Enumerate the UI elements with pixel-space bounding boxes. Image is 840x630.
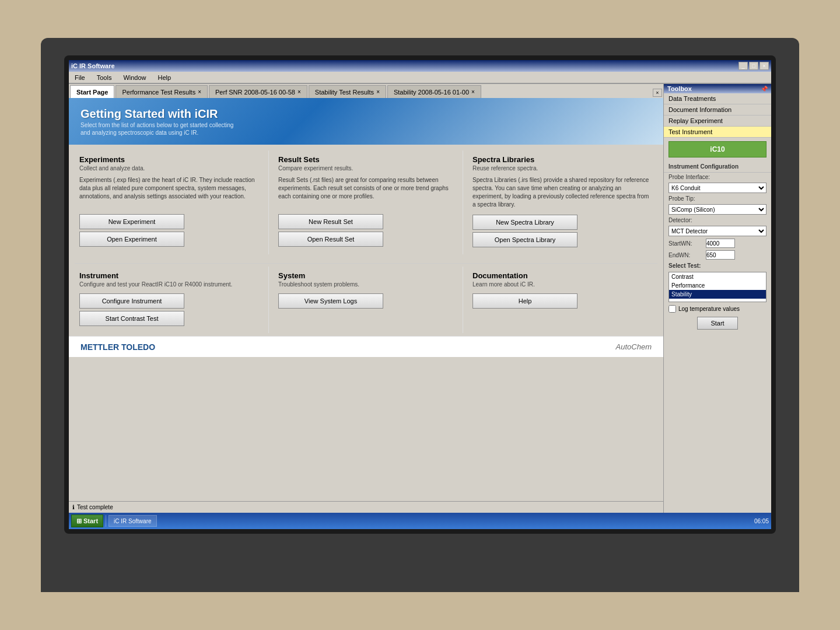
instrument-title: Instrument xyxy=(79,271,264,280)
configure-instrument-button[interactable]: Configure Instrument xyxy=(79,293,184,309)
probe-interface-select-row: K6 Conduit xyxy=(664,181,771,194)
menu-file[interactable]: File xyxy=(71,73,89,82)
startwn-row: StartWN: xyxy=(664,237,771,249)
taskbar-divider xyxy=(106,515,106,527)
experiments-desc: Experiments (.exp files) are the heart o… xyxy=(79,176,264,208)
test-item-stability[interactable]: Stability xyxy=(669,290,766,299)
close-button[interactable]: × xyxy=(760,62,769,70)
banner: Getting Started with iCIR Select from th… xyxy=(69,98,663,145)
result-sets-section: Result Sets Compare experiment results. … xyxy=(269,150,463,254)
content-scroll-area: Experiments Collect and analyze data. Ex… xyxy=(69,145,663,501)
startwn-label: StartWN: xyxy=(668,240,704,247)
instrument-config-section: Instrument Configuration xyxy=(664,161,771,173)
taskbar-app-item[interactable]: iC IR Software xyxy=(108,515,156,527)
autochem-label: AutoChem xyxy=(616,342,652,351)
log-temp-label: Log temperature values xyxy=(678,306,740,312)
endwn-label: EndWN: xyxy=(668,252,704,258)
start-contrast-test-button[interactable]: Start Contrast Test xyxy=(79,311,184,326)
instrument-subtitle: Configure and test your ReactIR iC10 or … xyxy=(79,281,264,288)
center-panel: Start Page Performance Test Results × Pe… xyxy=(69,84,663,513)
test-item-performance[interactable]: Performance xyxy=(669,281,766,290)
probe-tip-select[interactable]: SiComp (Silicon) xyxy=(668,204,766,215)
probe-tip-label: Probe Tip: xyxy=(668,195,704,202)
open-experiment-button[interactable]: Open Experiment xyxy=(79,232,184,247)
taskbar-right: 06:05 xyxy=(754,518,769,524)
tab-close-2[interactable]: × xyxy=(298,89,301,95)
tab-close-3[interactable]: × xyxy=(376,89,380,95)
taskbar-time: 06:05 xyxy=(754,518,769,524)
probe-tip-select-row: SiComp (Silicon) xyxy=(664,203,771,216)
main-content: Start Page Performance Test Results × Pe… xyxy=(69,83,771,513)
tab-stability-2008[interactable]: Stability 2008-05-16 01-00 × xyxy=(387,85,481,98)
documentation-section: Documentation Learn more about iC IR. He… xyxy=(463,267,657,333)
test-item-contrast[interactable]: Contrast xyxy=(669,272,766,281)
toolbox-item-data-treatments[interactable]: Data Treatments xyxy=(664,93,771,104)
bottom-sections: Instrument Configure and test your React… xyxy=(69,267,663,336)
view-system-logs-button[interactable]: View System Logs xyxy=(278,293,383,309)
banner-subtitle-1: Select from the list of actions below to… xyxy=(80,122,652,128)
spectra-libraries-section: Spectra Libraries Reuse reference spectr… xyxy=(463,150,657,254)
start-test-button[interactable]: Start xyxy=(697,317,738,330)
new-experiment-button[interactable]: New Experiment xyxy=(79,214,184,229)
help-button[interactable]: Help xyxy=(473,293,578,309)
tab-perf-snr[interactable]: Perf SNR 2008-05-16 00-58 × xyxy=(209,85,307,98)
maximize-button[interactable]: □ xyxy=(749,62,758,70)
start-icon: ⊞ xyxy=(76,517,82,525)
window-controls[interactable]: _ □ × xyxy=(738,62,769,70)
tab-bar: Start Page Performance Test Results × Pe… xyxy=(69,84,663,98)
toolbox-item-replay[interactable]: Replay Experiment xyxy=(664,116,771,127)
section-divider xyxy=(75,263,657,264)
tab-start-page[interactable]: Start Page xyxy=(70,85,114,98)
detector-label: Detector: xyxy=(668,217,704,223)
result-sets-title: Result Sets xyxy=(278,155,458,164)
start-button[interactable]: ⊞ Start xyxy=(71,514,103,527)
open-result-set-button[interactable]: Open Result Set xyxy=(278,232,383,247)
status-icon: ℹ xyxy=(72,504,75,510)
tab-stability-results[interactable]: Stability Test Results × xyxy=(309,85,386,98)
tab-performance-results[interactable]: Performance Test Results × xyxy=(116,85,208,98)
open-spectra-library-button[interactable]: Open Spectra Library xyxy=(473,232,578,247)
toolbox-item-document-info[interactable]: Document Information xyxy=(664,104,771,116)
taskbar: ⊞ Start iC IR Software 06:05 xyxy=(69,513,771,529)
tab-panel-close[interactable]: × xyxy=(653,89,662,97)
menu-help[interactable]: Help xyxy=(155,73,175,82)
log-temp-checkbox[interactable] xyxy=(668,305,676,313)
new-spectra-library-button[interactable]: New Spectra Library xyxy=(473,215,578,230)
probe-interface-row: Probe Interface: xyxy=(664,173,771,181)
probe-interface-select[interactable]: K6 Conduit xyxy=(668,183,766,193)
content-footer: METTLER TOLEDO AutoChem xyxy=(69,336,663,357)
tab-close-4[interactable]: × xyxy=(471,89,475,95)
spectra-libraries-title: Spectra Libraries xyxy=(473,155,653,164)
banner-subtitle-2: and analyzing spectroscopic data using i… xyxy=(80,130,652,136)
result-sets-desc: Result Sets (.rst files) are great for c… xyxy=(278,176,458,208)
spectra-libraries-subtitle: Reuse reference spectra. xyxy=(473,165,653,172)
select-test-label: Select Test: xyxy=(664,261,771,271)
window-title: iC IR Software xyxy=(71,62,738,69)
toolbox-item-test-instrument[interactable]: Test Instrument xyxy=(664,127,771,138)
brand-label: METTLER TOLEDO xyxy=(80,342,155,352)
toolbox-panel: Toolbox 📌 Data Treatments Document Infor… xyxy=(663,84,771,513)
menu-window[interactable]: Window xyxy=(120,73,149,82)
new-result-set-button[interactable]: New Result Set xyxy=(278,214,383,229)
detector-row: Detector: xyxy=(664,216,771,225)
system-title: System xyxy=(278,271,458,280)
tab-close-1[interactable]: × xyxy=(198,89,201,95)
minimize-button[interactable]: _ xyxy=(738,62,748,70)
instrument-name-button[interactable]: iC10 xyxy=(668,141,766,158)
probe-interface-label: Probe Interface: xyxy=(668,174,710,180)
startwn-input[interactable] xyxy=(706,239,735,248)
detector-select-row: MCT Detector xyxy=(664,225,771,237)
menu-bar: File Tools Window Help xyxy=(69,72,771,83)
toolbox-pin-icon[interactable]: 📌 xyxy=(761,86,768,92)
documentation-title: Documentation xyxy=(473,271,653,280)
experiments-subtitle: Collect and analyze data. xyxy=(79,165,264,172)
system-section: System Troubleshoot system problems. Vie… xyxy=(269,267,463,333)
detector-select[interactable]: MCT Detector xyxy=(668,226,766,236)
menu-tools[interactable]: Tools xyxy=(93,73,116,82)
toolbox-title: Toolbox xyxy=(667,85,692,92)
experiments-title: Experiments xyxy=(79,155,264,164)
status-bar: ℹ Test complete xyxy=(69,501,663,513)
documentation-subtitle: Learn more about iC IR. xyxy=(473,281,653,288)
endwn-input[interactable] xyxy=(706,250,735,260)
experiments-section: Experiments Collect and analyze data. Ex… xyxy=(75,150,269,254)
